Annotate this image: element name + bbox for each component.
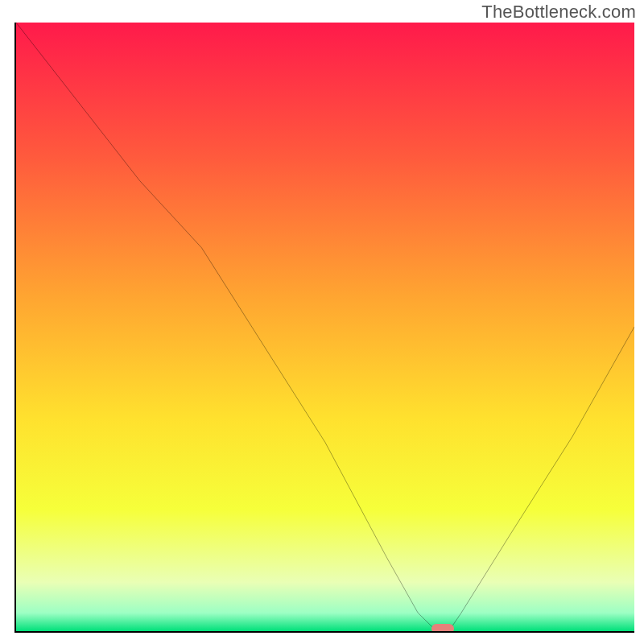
watermark-text: TheBottleneck.com <box>481 2 636 23</box>
bottleneck-curve <box>16 23 634 631</box>
plot-area <box>14 23 634 633</box>
chart-container: TheBottleneck.com <box>0 0 644 644</box>
optimal-marker <box>431 624 454 633</box>
